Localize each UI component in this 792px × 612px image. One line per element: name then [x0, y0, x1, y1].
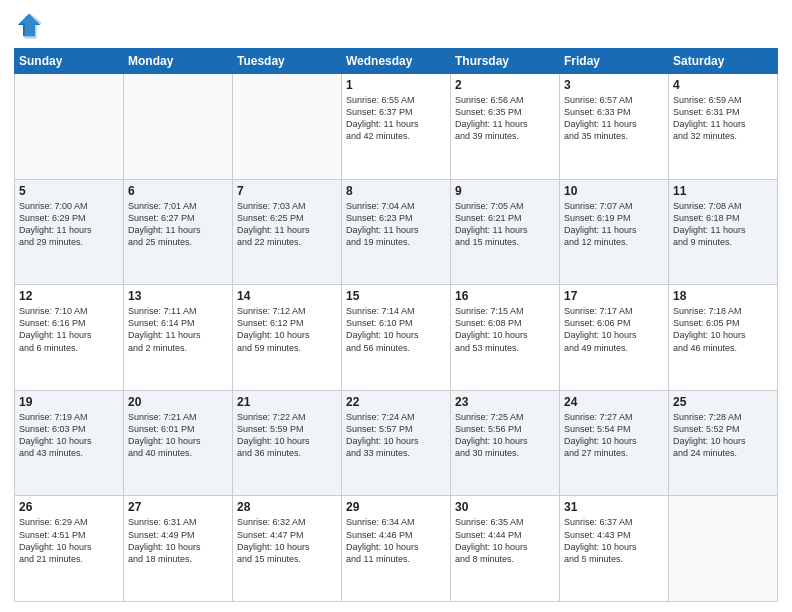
day-number: 13	[128, 289, 228, 303]
day-number: 8	[346, 184, 446, 198]
day-number: 7	[237, 184, 337, 198]
calendar-cell	[669, 496, 778, 602]
header	[14, 10, 778, 40]
calendar-week-row: 5Sunrise: 7:00 AM Sunset: 6:29 PM Daylig…	[15, 179, 778, 285]
calendar-cell: 11Sunrise: 7:08 AM Sunset: 6:18 PM Dayli…	[669, 179, 778, 285]
day-info: Sunrise: 7:25 AM Sunset: 5:56 PM Dayligh…	[455, 411, 555, 460]
day-number: 23	[455, 395, 555, 409]
day-info: Sunrise: 6:56 AM Sunset: 6:35 PM Dayligh…	[455, 94, 555, 143]
calendar-cell: 26Sunrise: 6:29 AM Sunset: 4:51 PM Dayli…	[15, 496, 124, 602]
day-info: Sunrise: 7:08 AM Sunset: 6:18 PM Dayligh…	[673, 200, 773, 249]
day-number: 11	[673, 184, 773, 198]
calendar-cell: 13Sunrise: 7:11 AM Sunset: 6:14 PM Dayli…	[124, 285, 233, 391]
day-info: Sunrise: 7:07 AM Sunset: 6:19 PM Dayligh…	[564, 200, 664, 249]
day-number: 20	[128, 395, 228, 409]
weekday-header-saturday: Saturday	[669, 49, 778, 74]
logo-icon	[14, 10, 44, 40]
day-number: 14	[237, 289, 337, 303]
day-info: Sunrise: 6:32 AM Sunset: 4:47 PM Dayligh…	[237, 516, 337, 565]
day-number: 2	[455, 78, 555, 92]
calendar-cell: 4Sunrise: 6:59 AM Sunset: 6:31 PM Daylig…	[669, 74, 778, 180]
day-number: 22	[346, 395, 446, 409]
weekday-header-row: SundayMondayTuesdayWednesdayThursdayFrid…	[15, 49, 778, 74]
day-info: Sunrise: 6:35 AM Sunset: 4:44 PM Dayligh…	[455, 516, 555, 565]
weekday-header-wednesday: Wednesday	[342, 49, 451, 74]
day-number: 1	[346, 78, 446, 92]
calendar-cell: 6Sunrise: 7:01 AM Sunset: 6:27 PM Daylig…	[124, 179, 233, 285]
day-info: Sunrise: 6:57 AM Sunset: 6:33 PM Dayligh…	[564, 94, 664, 143]
day-number: 12	[19, 289, 119, 303]
day-info: Sunrise: 7:11 AM Sunset: 6:14 PM Dayligh…	[128, 305, 228, 354]
svg-marker-1	[19, 14, 43, 39]
calendar-cell: 29Sunrise: 6:34 AM Sunset: 4:46 PM Dayli…	[342, 496, 451, 602]
day-number: 3	[564, 78, 664, 92]
day-info: Sunrise: 7:04 AM Sunset: 6:23 PM Dayligh…	[346, 200, 446, 249]
day-number: 30	[455, 500, 555, 514]
day-info: Sunrise: 6:34 AM Sunset: 4:46 PM Dayligh…	[346, 516, 446, 565]
day-number: 4	[673, 78, 773, 92]
weekday-header-monday: Monday	[124, 49, 233, 74]
day-number: 28	[237, 500, 337, 514]
day-number: 29	[346, 500, 446, 514]
day-info: Sunrise: 7:14 AM Sunset: 6:10 PM Dayligh…	[346, 305, 446, 354]
day-number: 5	[19, 184, 119, 198]
logo	[14, 10, 47, 40]
day-info: Sunrise: 7:01 AM Sunset: 6:27 PM Dayligh…	[128, 200, 228, 249]
day-info: Sunrise: 7:28 AM Sunset: 5:52 PM Dayligh…	[673, 411, 773, 460]
calendar-cell: 9Sunrise: 7:05 AM Sunset: 6:21 PM Daylig…	[451, 179, 560, 285]
day-info: Sunrise: 7:22 AM Sunset: 5:59 PM Dayligh…	[237, 411, 337, 460]
day-number: 25	[673, 395, 773, 409]
calendar-cell: 27Sunrise: 6:31 AM Sunset: 4:49 PM Dayli…	[124, 496, 233, 602]
calendar-cell: 19Sunrise: 7:19 AM Sunset: 6:03 PM Dayli…	[15, 390, 124, 496]
weekday-header-tuesday: Tuesday	[233, 49, 342, 74]
calendar-cell	[124, 74, 233, 180]
day-number: 17	[564, 289, 664, 303]
calendar-cell: 17Sunrise: 7:17 AM Sunset: 6:06 PM Dayli…	[560, 285, 669, 391]
day-info: Sunrise: 6:29 AM Sunset: 4:51 PM Dayligh…	[19, 516, 119, 565]
calendar-cell: 1Sunrise: 6:55 AM Sunset: 6:37 PM Daylig…	[342, 74, 451, 180]
calendar-cell: 15Sunrise: 7:14 AM Sunset: 6:10 PM Dayli…	[342, 285, 451, 391]
calendar-cell: 30Sunrise: 6:35 AM Sunset: 4:44 PM Dayli…	[451, 496, 560, 602]
day-info: Sunrise: 6:31 AM Sunset: 4:49 PM Dayligh…	[128, 516, 228, 565]
calendar-table: SundayMondayTuesdayWednesdayThursdayFrid…	[14, 48, 778, 602]
calendar-week-row: 1Sunrise: 6:55 AM Sunset: 6:37 PM Daylig…	[15, 74, 778, 180]
day-number: 18	[673, 289, 773, 303]
day-info: Sunrise: 7:17 AM Sunset: 6:06 PM Dayligh…	[564, 305, 664, 354]
day-info: Sunrise: 7:10 AM Sunset: 6:16 PM Dayligh…	[19, 305, 119, 354]
page: SundayMondayTuesdayWednesdayThursdayFrid…	[0, 0, 792, 612]
calendar-cell: 5Sunrise: 7:00 AM Sunset: 6:29 PM Daylig…	[15, 179, 124, 285]
calendar-cell: 20Sunrise: 7:21 AM Sunset: 6:01 PM Dayli…	[124, 390, 233, 496]
day-number: 27	[128, 500, 228, 514]
day-info: Sunrise: 7:21 AM Sunset: 6:01 PM Dayligh…	[128, 411, 228, 460]
day-number: 26	[19, 500, 119, 514]
day-number: 19	[19, 395, 119, 409]
day-number: 10	[564, 184, 664, 198]
calendar-cell: 24Sunrise: 7:27 AM Sunset: 5:54 PM Dayli…	[560, 390, 669, 496]
calendar-cell: 31Sunrise: 6:37 AM Sunset: 4:43 PM Dayli…	[560, 496, 669, 602]
calendar-cell: 16Sunrise: 7:15 AM Sunset: 6:08 PM Dayli…	[451, 285, 560, 391]
weekday-header-thursday: Thursday	[451, 49, 560, 74]
calendar-cell: 25Sunrise: 7:28 AM Sunset: 5:52 PM Dayli…	[669, 390, 778, 496]
day-number: 9	[455, 184, 555, 198]
day-number: 16	[455, 289, 555, 303]
day-info: Sunrise: 7:18 AM Sunset: 6:05 PM Dayligh…	[673, 305, 773, 354]
calendar-cell: 3Sunrise: 6:57 AM Sunset: 6:33 PM Daylig…	[560, 74, 669, 180]
day-number: 31	[564, 500, 664, 514]
day-number: 21	[237, 395, 337, 409]
day-info: Sunrise: 6:55 AM Sunset: 6:37 PM Dayligh…	[346, 94, 446, 143]
day-info: Sunrise: 7:05 AM Sunset: 6:21 PM Dayligh…	[455, 200, 555, 249]
day-info: Sunrise: 7:19 AM Sunset: 6:03 PM Dayligh…	[19, 411, 119, 460]
calendar-cell	[15, 74, 124, 180]
day-number: 6	[128, 184, 228, 198]
calendar-cell: 22Sunrise: 7:24 AM Sunset: 5:57 PM Dayli…	[342, 390, 451, 496]
day-info: Sunrise: 6:37 AM Sunset: 4:43 PM Dayligh…	[564, 516, 664, 565]
calendar-cell: 18Sunrise: 7:18 AM Sunset: 6:05 PM Dayli…	[669, 285, 778, 391]
day-info: Sunrise: 7:27 AM Sunset: 5:54 PM Dayligh…	[564, 411, 664, 460]
calendar-week-row: 19Sunrise: 7:19 AM Sunset: 6:03 PM Dayli…	[15, 390, 778, 496]
calendar-cell: 28Sunrise: 6:32 AM Sunset: 4:47 PM Dayli…	[233, 496, 342, 602]
day-info: Sunrise: 7:03 AM Sunset: 6:25 PM Dayligh…	[237, 200, 337, 249]
calendar-cell: 23Sunrise: 7:25 AM Sunset: 5:56 PM Dayli…	[451, 390, 560, 496]
calendar-cell: 21Sunrise: 7:22 AM Sunset: 5:59 PM Dayli…	[233, 390, 342, 496]
day-info: Sunrise: 6:59 AM Sunset: 6:31 PM Dayligh…	[673, 94, 773, 143]
calendar-week-row: 26Sunrise: 6:29 AM Sunset: 4:51 PM Dayli…	[15, 496, 778, 602]
